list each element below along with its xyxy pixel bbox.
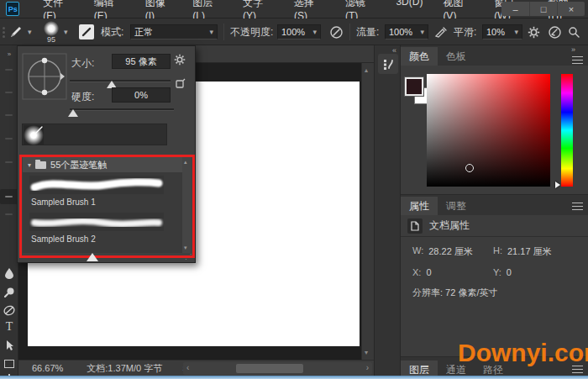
airbrush-button[interactable] bbox=[433, 18, 448, 45]
chevron-down-icon: ▾ bbox=[420, 28, 424, 36]
blend-mode-select[interactable]: 正常 ▾ bbox=[130, 24, 218, 39]
width-label: W: bbox=[412, 245, 423, 258]
color-panel-menu-icon[interactable] bbox=[572, 56, 583, 64]
color-panel-tabs: » 颜色 色板 bbox=[401, 45, 588, 66]
tab-adjustments[interactable]: 调整 bbox=[438, 197, 475, 215]
scroll-down-icon[interactable]: ▾ bbox=[184, 245, 187, 251]
options-divider bbox=[223, 24, 224, 40]
scroll-down-icon[interactable]: ▾ bbox=[365, 349, 368, 356]
create-new-brush-button[interactable] bbox=[176, 78, 186, 88]
opacity-value: 100% bbox=[281, 27, 305, 37]
brush-preset-item[interactable] bbox=[29, 213, 164, 231]
chevron-down-icon: ▾ bbox=[209, 28, 213, 36]
flow-select[interactable]: 100% ▾ bbox=[385, 24, 428, 39]
hardness-slider[interactable] bbox=[70, 108, 174, 111]
type-tool[interactable]: T bbox=[0, 319, 18, 334]
search-icon bbox=[568, 26, 580, 38]
chevron-down-icon: ▾ bbox=[64, 28, 68, 36]
scroll-up-icon[interactable]: ▴ bbox=[365, 66, 368, 74]
brush-size-value: 95 bbox=[47, 36, 55, 43]
scroll-right-icon[interactable]: › bbox=[366, 363, 369, 372]
hardness-input[interactable]: 0% bbox=[112, 87, 171, 103]
saturation-brightness-field[interactable] bbox=[427, 74, 550, 187]
preset-list-scrollbar[interactable]: ▴ ▾ bbox=[182, 157, 192, 253]
resize-grip-icon[interactable]: ⋰ bbox=[185, 253, 192, 261]
x-value: 0 bbox=[426, 267, 431, 277]
dodge-icon bbox=[4, 287, 15, 297]
chevron-down-icon: ▾ bbox=[514, 28, 518, 36]
tab-properties[interactable]: 属性 bbox=[401, 197, 438, 215]
pressure-opacity-button[interactable] bbox=[329, 18, 344, 45]
tool-partial[interactable] bbox=[5, 161, 13, 163]
status-bar: 66.67% 文档:1.37M/0 字节 › ‹ › bbox=[18, 360, 374, 376]
tool-partial[interactable] bbox=[5, 92, 13, 93]
brush-tool-active[interactable] bbox=[0, 189, 18, 204]
brush-tool-preset-button[interactable]: ▾ bbox=[8, 18, 32, 45]
brush-settings-icon bbox=[382, 58, 395, 71]
color-cursor[interactable] bbox=[465, 164, 474, 172]
smoothing-select[interactable]: 10% ▾ bbox=[482, 24, 522, 39]
collapse-tools-button[interactable]: » bbox=[0, 46, 18, 61]
chevron-down-icon: ▾ bbox=[28, 161, 31, 169]
watermark-text: Downyi.com bbox=[458, 339, 588, 367]
path-select-tool[interactable] bbox=[0, 338, 18, 353]
properties-panel-menu-icon[interactable] bbox=[572, 203, 583, 210]
tool-partial[interactable] bbox=[5, 138, 13, 139]
tab-color[interactable]: 颜色 bbox=[401, 47, 438, 66]
pen-tool[interactable] bbox=[0, 303, 18, 318]
new-brush-icon bbox=[176, 78, 186, 88]
hue-slider[interactable] bbox=[561, 74, 573, 187]
smoothing-label: 平滑: bbox=[454, 18, 476, 45]
brush-angle-roundness-control[interactable] bbox=[22, 53, 67, 100]
horizontal-scrollbar-thumb[interactable] bbox=[236, 364, 303, 373]
properties-panel: 属性 调整 文档属性 W: 28.22 厘米 bbox=[401, 195, 588, 357]
panel-dock: » 颜色 色板 属性 调整 bbox=[401, 45, 588, 379]
flow-label: 流量: bbox=[356, 18, 379, 45]
options-bar-grip[interactable] bbox=[1, 18, 6, 45]
blur-tool[interactable] bbox=[0, 266, 18, 281]
brush-group-header[interactable]: ▾ 55个墨迹笔触 bbox=[23, 157, 182, 172]
brush-settings-panel-button[interactable] bbox=[378, 54, 398, 74]
size-label: 大小: bbox=[71, 56, 94, 71]
brush-icon bbox=[8, 24, 24, 39]
opacity-label: 不透明度: bbox=[230, 18, 273, 45]
y-label: Y: bbox=[493, 267, 501, 277]
size-input[interactable]: 95 像素 bbox=[112, 54, 171, 69]
toggle-brush-settings-button[interactable] bbox=[79, 18, 94, 45]
pressure-size-button[interactable] bbox=[548, 18, 562, 45]
horizontal-scrollbar[interactable]: ‹ › bbox=[183, 362, 372, 375]
search-button[interactable] bbox=[568, 18, 580, 45]
photoshop-logo-icon: Ps bbox=[6, 2, 19, 16]
close-button[interactable]: × bbox=[557, 2, 585, 16]
rectangle-tool[interactable] bbox=[0, 356, 18, 371]
tool-partial[interactable] bbox=[5, 114, 13, 116]
zoom-level[interactable]: 66.67% bbox=[32, 363, 63, 373]
brush-panel-icon bbox=[81, 27, 92, 37]
scroll-up-icon[interactable]: ▴ bbox=[184, 159, 187, 166]
brush-preset-item[interactable] bbox=[29, 176, 164, 194]
foreground-color-swatch[interactable] bbox=[405, 77, 423, 96]
flow-value: 100% bbox=[389, 27, 412, 37]
dodge-tool[interactable] bbox=[0, 284, 18, 299]
maximize-button[interactable]: □ bbox=[529, 2, 557, 16]
brush-preset-picker[interactable]: 95 ▾ bbox=[44, 18, 68, 45]
opacity-select[interactable]: 100% ▾ bbox=[277, 24, 321, 39]
popup-gear-button[interactable] bbox=[174, 54, 186, 66]
pen-cursor-icon bbox=[34, 126, 43, 134]
hue-slider-cursor[interactable] bbox=[555, 182, 560, 188]
color-panel: » 颜色 色板 bbox=[401, 45, 588, 195]
minimize-button[interactable]: – bbox=[501, 2, 529, 16]
options-bar: ▾ 95 ▾ 模式: 正常 ▾ bbox=[0, 18, 588, 45]
tool-partial[interactable] bbox=[5, 69, 13, 71]
tool-partial[interactable] bbox=[5, 213, 13, 215]
smoothing-gear-button[interactable] bbox=[528, 18, 540, 45]
size-slider[interactable] bbox=[70, 80, 171, 82]
pen-icon bbox=[3, 305, 15, 316]
title-bar: Ps 文件(F) 编辑(E) 图像(I) 图层(L) 文字(Y) 选择(S) 滤… bbox=[0, 0, 588, 18]
hardness-slider-thumb[interactable] bbox=[68, 109, 78, 117]
vertical-scrollbar[interactable]: ▴ ▾ bbox=[361, 63, 374, 360]
height-label: H: bbox=[493, 245, 502, 258]
scroll-left-icon[interactable]: ‹ bbox=[186, 363, 189, 372]
collapse-panels-button[interactable]: » bbox=[571, 45, 575, 54]
tab-swatches[interactable]: 色板 bbox=[438, 47, 475, 66]
